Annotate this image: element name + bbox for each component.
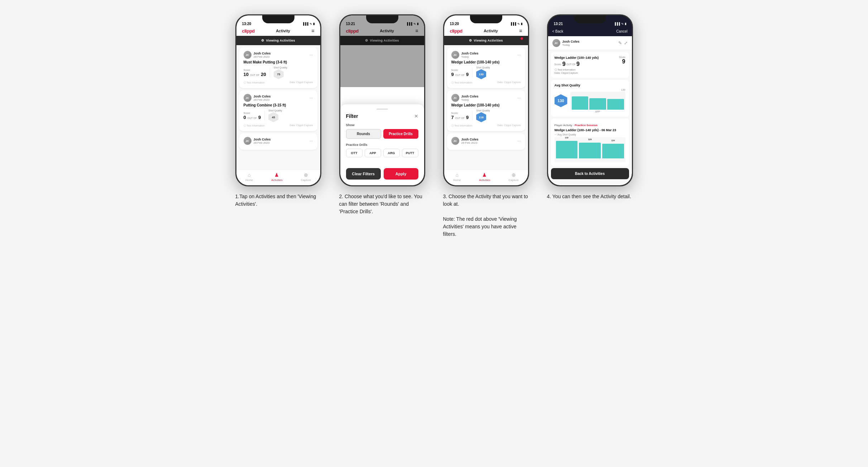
user-name-4: Josh Coles bbox=[562, 40, 580, 43]
filter-drill-putt-2[interactable]: PUTT bbox=[402, 149, 418, 157]
activity-card-3-1[interactable]: JC Josh Coles Today ··· Wedge Ladder (10… bbox=[447, 47, 525, 88]
back-to-activities-button-4[interactable]: Back to Activities bbox=[551, 168, 629, 179]
capture-icon-1: ⊕ bbox=[304, 172, 308, 178]
shot-quality-hex-3-2: 118 bbox=[476, 112, 486, 122]
viewing-banner-1[interactable]: ⚙ Viewing Activities bbox=[236, 36, 320, 45]
expand-icon-4[interactable]: ⤢ bbox=[624, 40, 628, 46]
wifi-icon-4: ∿ bbox=[621, 22, 624, 25]
filter-btn-practice-2[interactable]: Practice Drills bbox=[383, 129, 418, 139]
stat-value-score-3-1: 9 bbox=[451, 72, 454, 77]
stat-label-score-1-1: Score bbox=[244, 69, 266, 71]
bottom-nav-activities-1[interactable]: ♟ Activities bbox=[271, 172, 283, 182]
edit-icon-4[interactable]: ✎ bbox=[618, 40, 622, 46]
activity-card-3-2[interactable]: JC Josh Coles Today ··· Wedge Ladder (10… bbox=[447, 90, 525, 131]
activity-card-1-1[interactable]: JC Josh Coles 28 Feb 2023 ··· Must Make … bbox=[239, 47, 317, 88]
banner-icon-3: ⚙ bbox=[469, 39, 472, 42]
nav-bar-3: clippd Activity ≡ bbox=[444, 27, 528, 36]
card-dots-3-2[interactable]: ··· bbox=[517, 95, 521, 100]
user-info-1-1: Josh Coles 28 Feb 2023 bbox=[254, 52, 271, 58]
stat-label-sq-1-2: Shot Quality bbox=[268, 109, 282, 112]
shots-value-4: 9 bbox=[576, 61, 580, 67]
filter-drill-arg-2[interactable]: ARG bbox=[383, 149, 400, 157]
signal-icon-1: ▐▐▐ bbox=[302, 22, 308, 25]
phone-3: 13:20 ▐▐▐ ∿ ▮ clippd Activity ≡ ⚙ View bbox=[443, 14, 529, 186]
viewing-banner-3[interactable]: ⚙ Viewing Activities bbox=[444, 36, 528, 45]
card-user-1-2: JC Josh Coles 28 Feb 2023 bbox=[244, 94, 271, 102]
time-1: 13:20 bbox=[242, 22, 251, 26]
nav-menu-1[interactable]: ≡ bbox=[311, 28, 314, 34]
chart-bar-2-4 bbox=[589, 98, 606, 110]
stat-value-score-1-1: 10 bbox=[244, 72, 249, 77]
capture-label-1: Capture bbox=[301, 178, 311, 182]
card-dots-3-3[interactable]: ··· bbox=[517, 138, 521, 143]
mini-bar-2-4: 129 bbox=[579, 143, 601, 158]
data-capture-label-4: Data: Clippd Capture bbox=[555, 72, 599, 74]
phone-col-2: 13:21 ▐▐▐ ∿ ▮ clippd Activity ≡ ⚙ View bbox=[336, 14, 429, 215]
detail-icons-4: ✎ ⤢ bbox=[618, 40, 628, 46]
phone-screen-1: 13:20 ▐▐▐ ∿ ▮ clippd Activity ≡ ⚙ View bbox=[236, 15, 320, 185]
footer-right-3-2: Data: Clippd Capture bbox=[497, 124, 521, 128]
caption-3: 3. Choose the Activity that you want to … bbox=[443, 193, 529, 238]
user-info-4: Josh Coles Today bbox=[562, 40, 580, 47]
activity-card-1-3[interactable]: JC Josh Coles 28 Feb 2023 ··· bbox=[239, 133, 317, 150]
phone-content-1: JC Josh Coles 28 Feb 2023 ··· Must Make … bbox=[236, 45, 320, 170]
phone-col-3: 13:20 ▐▐▐ ∿ ▮ clippd Activity ≡ ⚙ View bbox=[440, 14, 533, 238]
filter-drill-ott-2[interactable]: OTT bbox=[346, 149, 363, 157]
card-footer-3-1: ⓘ Test Information Data: Clippd Capture bbox=[451, 81, 521, 85]
bottom-nav-home-1[interactable]: ⌂ Home bbox=[245, 172, 253, 182]
avatar-3-3: JC bbox=[451, 137, 459, 145]
footer-left-1-1: ⓘ Test Information bbox=[244, 81, 265, 85]
card-dots-1-3[interactable]: ··· bbox=[309, 138, 313, 143]
screen-overlay-2 bbox=[340, 15, 424, 87]
battery-icon-4: ▮ bbox=[625, 22, 626, 25]
avatar-1-3: JC bbox=[244, 137, 251, 145]
wifi-icon-1: ∿ bbox=[310, 22, 312, 25]
card-user-1-3: JC Josh Coles 28 Feb 2023 bbox=[244, 137, 271, 145]
bottom-nav-3: ⌂ Home ♟ Activities ⊕ Capture bbox=[444, 170, 528, 185]
card-dots-1-2[interactable]: ··· bbox=[309, 95, 313, 100]
filter-btn-rounds-2[interactable]: Rounds bbox=[346, 129, 381, 139]
stat-value-shots-3-2: 9 bbox=[466, 115, 469, 120]
back-button-4[interactable]: < Back bbox=[552, 29, 564, 33]
detail-content-4: Wedge Ladder (100–140 yds) Score 9 OUT O… bbox=[548, 50, 632, 185]
home-icon-3: ⌂ bbox=[455, 172, 458, 178]
stat-row-inline-1-1: 10 OUT OF 20 bbox=[244, 72, 266, 77]
cancel-button-4[interactable]: Cancel bbox=[616, 29, 627, 33]
score-label-4: Score bbox=[555, 63, 561, 66]
nav-menu-3[interactable]: ≡ bbox=[519, 28, 522, 34]
mini-bars-4: 132 129 124 bbox=[556, 139, 624, 158]
signal-icon-3: ▐▐▐ bbox=[510, 22, 516, 25]
activity-card-3-3[interactable]: JC Josh Coles 28 Feb 2023 ··· bbox=[447, 133, 525, 150]
modal-close-2[interactable]: ✕ bbox=[414, 113, 418, 119]
bottom-nav-home-3[interactable]: ⌂ Home bbox=[453, 172, 461, 182]
bottom-nav-activities-3[interactable]: ♟ Activities bbox=[479, 172, 490, 182]
mini-bar-3-4: 124 bbox=[602, 144, 624, 158]
phone-2: 13:21 ▐▐▐ ∿ ▮ clippd Activity ≡ ⚙ View bbox=[339, 14, 425, 186]
clear-filters-button-2[interactable]: Clear Filters bbox=[346, 168, 381, 180]
card-dots-3-1[interactable]: ··· bbox=[517, 52, 521, 57]
apply-button-2[interactable]: Apply bbox=[384, 168, 418, 180]
activities-icon-1: ♟ bbox=[274, 172, 279, 178]
activity-card-1-2[interactable]: JC Josh Coles 28 Feb 2023 ··· Putting Co… bbox=[239, 90, 317, 131]
stat-item-score-1-1: Score 10 OUT OF 20 bbox=[244, 69, 266, 77]
phone-col-4: 13:21 ▐▐▐ ∿ ▮ < Back Cancel JC bbox=[543, 14, 637, 200]
phones-row: 13:20 ▐▐▐ ∿ ▮ clippd Activity ≡ ⚙ View bbox=[232, 14, 637, 238]
card-dots-1-1[interactable]: ··· bbox=[309, 52, 313, 57]
filter-drill-app-2[interactable]: APP bbox=[365, 149, 381, 157]
home-label-3: Home bbox=[453, 178, 461, 182]
phone-1: 13:20 ▐▐▐ ∿ ▮ clippd Activity ≡ ⚙ View bbox=[235, 14, 321, 186]
stat-label-score-3-1: Score bbox=[451, 69, 469, 71]
filter-type-row-2: Rounds Practice Drills bbox=[346, 129, 418, 139]
stat-item-score-3-2: Score 7 OUT OF 9 bbox=[451, 112, 469, 120]
avatar-3-1: JC bbox=[451, 51, 459, 59]
stat-value-shots-3-1: 9 bbox=[466, 72, 469, 77]
stat-divider-3-2 bbox=[472, 111, 473, 121]
shot-quality-hex-1-1: 75 bbox=[274, 69, 284, 79]
footer-left-1-2: ⓘ Test Information bbox=[244, 124, 265, 128]
shot-quality-section-4: Avg Shot Quality 130 130 APP bbox=[551, 80, 629, 116]
bottom-nav-capture-3[interactable]: ⊕ Capture bbox=[509, 172, 519, 182]
practice-session-type-4: Practice Session bbox=[575, 124, 598, 127]
phone-4: 13:21 ▐▐▐ ∿ ▮ < Back Cancel JC bbox=[547, 14, 633, 186]
bottom-nav-capture-1[interactable]: ⊕ Capture bbox=[301, 172, 311, 182]
stat-row-inline-3-1: 9 OUT OF 9 bbox=[451, 72, 469, 77]
